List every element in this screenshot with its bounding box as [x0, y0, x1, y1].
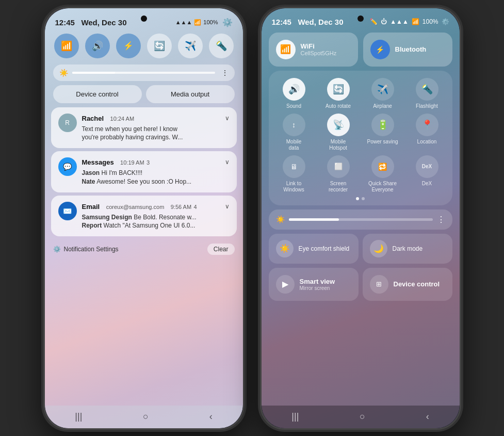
smart-view-label: Smart view [300, 278, 335, 285]
battery-icon: 100% [203, 19, 218, 25]
wifi-label: WiFi [301, 42, 337, 50]
notif-body-messages: Jason Hi I'm BACK!!!! Nate Awesome! See … [82, 169, 230, 186]
flashlight-grid-icon: 🔦 [416, 78, 438, 101]
expand-icon-rachel[interactable]: ∨ [225, 115, 230, 122]
device-control-label: Device control [394, 280, 440, 288]
battery-icon-2: 100% [422, 18, 438, 25]
quick-grid-container: 🔊 Sound 🔄 Auto rotate ✈️ Airplane 🔦 Flas… [269, 71, 452, 205]
notif-time-messages: 10:19 AM [120, 159, 144, 166]
recent-apps-button[interactable]: ||| [75, 411, 82, 422]
smart-view-tile[interactable]: ▶ Smart view Mirror screen [269, 268, 359, 301]
dark-mode-tile[interactable]: 🌙 Dark mode [363, 234, 452, 264]
wifi-signal-icon: ▲▲▲ [175, 19, 192, 25]
nav-bar-2: ||| ○ ‹ [262, 406, 460, 428]
dot-2 [362, 197, 365, 200]
avatar-email: ✉️ [58, 202, 77, 220]
grid-dex[interactable]: DeX DeX [407, 155, 447, 193]
dark-mode-icon: 🌙 [370, 240, 387, 257]
airplane-grid-label: Airplane [373, 103, 392, 109]
recent-apps-button-2[interactable]: ||| [291, 411, 299, 422]
eye-comfort-label: Eye comfort shield [299, 245, 350, 252]
grid-quickshare[interactable]: 🔁 Quick ShareEveryone [363, 155, 403, 193]
grid-hotspot[interactable]: 📡 MobileHotspot [318, 114, 359, 151]
time-1: 12:45 Wed, Dec 30 [55, 18, 127, 27]
bluetooth-toggle[interactable]: ⚡ [116, 34, 141, 58]
location-grid-label: Location [417, 139, 437, 145]
brightness-icon-2: ☀️ [276, 215, 285, 223]
grid-flashlight[interactable]: 🔦 Flashlight [407, 78, 447, 109]
hotspot-grid-icon: 📡 [327, 114, 350, 136]
notif-count-email: 4 [194, 204, 197, 210]
quick-toggles: 📶 🔊 ⚡ 🔄 ✈️ 🔦 [45, 30, 243, 61]
powersaving-grid-label: Power saving [367, 139, 398, 145]
home-button-2[interactable]: ○ [360, 411, 365, 422]
signal-bars-icon: 📶 [194, 19, 201, 26]
notification-settings-button[interactable]: ⚙️ Notification Settings [53, 246, 119, 253]
wifi-tile-text: WiFi CellSpot5GHz [301, 42, 337, 56]
more-options-icon[interactable]: ⋮ [221, 69, 229, 77]
settings-icon-1[interactable]: ⚙️ [222, 18, 233, 27]
grid-screenrecorder[interactable]: ⬜ Screenrecorder [318, 155, 359, 193]
device-control-button[interactable]: Device control [53, 85, 142, 103]
notif-name-email: Email [82, 203, 100, 211]
bluetooth-tile[interactable]: ⚡ Bluetooth [363, 33, 452, 67]
home-button[interactable]: ○ [143, 411, 149, 422]
notif-body-rachel: Text me when you get here! I know you're… [82, 125, 230, 142]
grid-linkwindows[interactable]: 🖥 Link toWindows [274, 155, 314, 193]
brightness-slider[interactable] [72, 72, 215, 74]
page-dots [274, 197, 447, 200]
device-control-text: Device control [394, 280, 440, 288]
location-grid-icon: 📍 [416, 114, 438, 136]
smartview-device-row: ▶ Smart view Mirror screen ⊞ Device cont… [269, 268, 452, 301]
notification-email[interactable]: ✉️ Email coreux@samsung.com 9:56 AM 4 ∨ [51, 196, 237, 237]
eye-comfort-tile[interactable]: ☀️ Eye comfort shield [269, 234, 359, 264]
quick-grid: 🔊 Sound 🔄 Auto rotate ✈️ Airplane 🔦 Flas… [274, 78, 447, 193]
edit-icon[interactable]: ✏️ [370, 18, 378, 25]
wifi-sublabel: CellSpot5GHz [301, 50, 337, 56]
wifi-toggle[interactable]: 📶 [54, 34, 79, 58]
bluetooth-tile-icon: ⚡ [370, 40, 390, 59]
sound-grid-label: Sound [286, 103, 301, 109]
powersaving-grid-icon: 🔋 [371, 114, 394, 136]
quickshare-grid-icon: 🔁 [371, 155, 394, 178]
notif-time-rachel: 10:24 AM [110, 116, 134, 122]
more-options-icon-2[interactable]: ⋮ [437, 215, 445, 224]
wifi-tile-icon: 📶 [276, 40, 296, 59]
phone-1: 12:45 Wed, Dec 30 ▲▲▲ 📶 100% ⚙️ 📶 🔊 ⚡ [43, 7, 245, 430]
airplane-toggle[interactable]: ✈️ [178, 34, 203, 58]
grid-location[interactable]: 📍 Location [407, 114, 447, 151]
status-icons-1: ▲▲▲ 📶 100% ⚙️ [175, 18, 233, 27]
grid-sound[interactable]: 🔊 Sound [274, 78, 314, 109]
grid-airplane[interactable]: ✈️ Airplane [363, 78, 403, 109]
grid-mobiledata[interactable]: ↕ Mobiledata [274, 114, 314, 151]
camera-dot-1 [141, 15, 147, 22]
eye-dark-row: ☀️ Eye comfort shield 🌙 Dark mode [269, 234, 452, 264]
notification-messages[interactable]: 💬 Messages 10:19 AM 3 ∨ Jason Hi I'm BAC… [51, 151, 237, 192]
grid-autorotate[interactable]: 🔄 Auto rotate [318, 78, 359, 109]
device-control-tile[interactable]: ⊞ Device control [363, 268, 452, 301]
clear-button[interactable]: Clear [207, 244, 235, 255]
expand-icon-messages[interactable]: ∨ [225, 158, 230, 166]
back-button[interactable]: ‹ [209, 411, 213, 422]
notif-text-messages: Messages 10:19 AM 3 ∨ Jason Hi I'm BACK!… [82, 157, 230, 186]
media-output-button[interactable]: Media output [146, 85, 235, 103]
wifi-tile[interactable]: 📶 WiFi CellSpot5GHz [269, 33, 358, 67]
smart-view-sublabel: Mirror screen [300, 285, 335, 291]
notification-rachel[interactable]: R Rachel 10:24 AM ∨ Text me when you get… [51, 107, 237, 149]
brightness-fill-2 [289, 218, 339, 221]
settings-icon-2[interactable]: ⚙️ [442, 18, 449, 25]
flashlight-toggle[interactable]: 🔦 [209, 34, 234, 58]
gear-icon-small: ⚙️ [53, 246, 61, 253]
sound-toggle[interactable]: 🔊 [85, 34, 110, 58]
status-icons-2: ✏️ ⏻ ▲▲▲ 📶 100% ⚙️ [370, 18, 449, 25]
wifi-bluetooth-row: 📶 WiFi CellSpot5GHz ⚡ Bluetooth [269, 33, 452, 67]
notif-count-messages: 3 [147, 159, 150, 166]
rotate-toggle[interactable]: 🔄 [147, 34, 172, 58]
brightness-row-1: ☀️ ⋮ [53, 64, 235, 81]
brightness-slider-2[interactable] [289, 218, 433, 221]
back-button-2[interactable]: ‹ [426, 411, 429, 422]
expand-icon-email[interactable]: ∨ [225, 203, 230, 210]
power-icon[interactable]: ⏻ [381, 18, 387, 25]
grid-powersaving[interactable]: 🔋 Power saving [363, 114, 403, 151]
brightness-row-2: ☀️ ⋮ [269, 209, 452, 230]
